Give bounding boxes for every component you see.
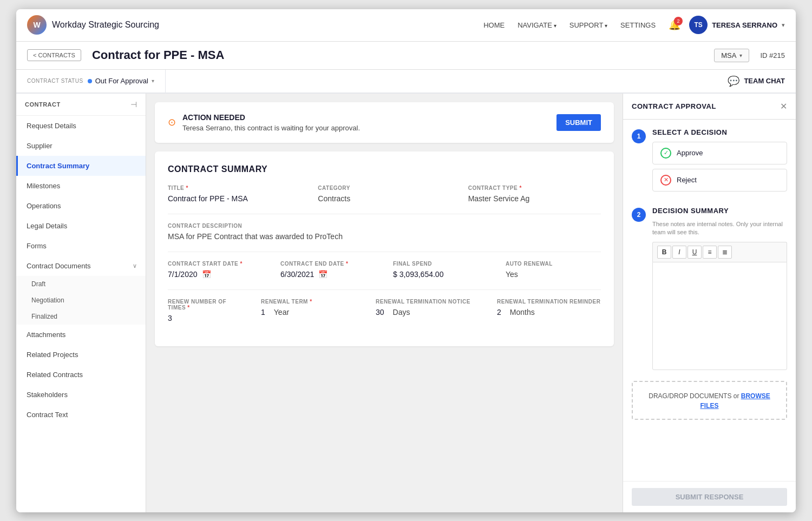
workday-logo-icon: W	[27, 15, 47, 35]
sidebar-subitem-draft[interactable]: Draft	[16, 276, 146, 292]
action-needed-text: Teresa Serrano, this contract is waiting…	[182, 124, 360, 132]
reject-label: Reject	[677, 176, 697, 184]
nav-home[interactable]: HOME	[483, 21, 505, 29]
ordered-list-button[interactable]: ≣	[718, 246, 732, 259]
description-label: CONTRACT DESCRIPTION	[168, 223, 601, 229]
reject-option[interactable]: ✕ Reject	[652, 169, 787, 192]
contract-docs-arrow-icon: ∨	[133, 262, 137, 269]
right-panel: CONTRACT APPROVAL ✕ 1 SELECT A DECISION …	[623, 94, 796, 512]
notification-badge: 2	[674, 17, 683, 25]
title-value: Contract for PPE - MSA	[168, 194, 300, 203]
renewal-termination-unit: Days	[393, 308, 410, 316]
renewal-termination-value: 30	[376, 308, 384, 316]
action-submit-button[interactable]: SUBMIT	[556, 114, 601, 131]
nav-right: 🔔 2 TS TERESA SERRANO ▾	[669, 16, 785, 34]
contract-id: ID #215	[760, 51, 785, 60]
step-1-title: SELECT A DECISION	[652, 128, 787, 136]
sidebar-item-legal-details[interactable]: Legal Details	[16, 216, 146, 236]
content-area: ⊙ ACTION NEEDED Teresa Serrano, this con…	[146, 94, 623, 512]
back-to-contracts-button[interactable]: < CONTRACTS	[27, 49, 81, 61]
category-label: CATEGORY	[318, 185, 450, 191]
start-date-label: CONTRACT START DATE *	[168, 261, 263, 267]
page-title: Contract for PPE - MSA	[92, 48, 703, 62]
unordered-list-button[interactable]: ≡	[703, 246, 717, 259]
sidebar-subitem-negotiation[interactable]: Negotiation	[16, 292, 146, 308]
decision-text-editor[interactable]	[652, 262, 787, 370]
nav-links: HOME NAVIGATE SUPPORT SETTINGS	[483, 21, 656, 29]
sidebar-item-stakeholders[interactable]: Stakeholders	[16, 385, 146, 405]
action-needed-icon: ⊙	[168, 116, 176, 128]
status-value: Out For Approval	[95, 77, 148, 85]
user-dropdown-arrow: ▾	[782, 22, 785, 29]
sidebar-item-forms[interactable]: Forms	[16, 236, 146, 256]
sidebar-subitem-finalized[interactable]: Finalized	[16, 308, 146, 325]
drop-zone-text: DRAG/DROP DOCUMENTS or BROWSE FILES	[649, 392, 770, 410]
sidebar-item-supplier[interactable]: Supplier	[16, 136, 146, 156]
sidebar-item-operations[interactable]: Operations	[16, 196, 146, 216]
step-2-title: DECISION SUMMARY	[652, 207, 787, 215]
renewal-term-value: 1	[261, 308, 265, 316]
category-value: Contracts	[318, 194, 450, 203]
sidebar-item-milestones[interactable]: Milestones	[16, 176, 146, 196]
avatar: TS	[689, 16, 708, 34]
sidebar-item-attachments[interactable]: Attachments	[16, 325, 146, 345]
nav-settings[interactable]: SETTINGS	[620, 21, 656, 29]
renewal-termination-reminder-field: RENEWAL TERMINATION REMINDER 2 Months	[497, 299, 601, 316]
text-editor-toolbar: B I U ≡ ≣	[652, 242, 787, 262]
approve-option[interactable]: ✓ Approve	[652, 142, 787, 164]
type-badge-arrow-icon: ▾	[739, 52, 742, 58]
description-field: CONTRACT DESCRIPTION MSA for PPE Contrac…	[168, 223, 601, 241]
underline-button[interactable]: U	[687, 246, 702, 259]
renew-number-value: 3	[168, 314, 244, 322]
sidebar-toggle-button[interactable]: ⊣	[130, 100, 137, 109]
notification-bell[interactable]: 🔔 2	[669, 19, 680, 31]
renewal-termination-label: RENEWAL TERMINATION NOTICE	[376, 299, 480, 305]
contract-type-label: CONTRACT TYPE *	[468, 185, 601, 191]
step-1-number: 1	[632, 129, 646, 143]
sidebar-item-related-projects[interactable]: Related Projects	[16, 345, 146, 365]
renew-number-label: RENEW NUMBER OF TIMES *	[168, 299, 244, 311]
category-field: CATEGORY Contracts	[318, 185, 450, 203]
contract-type-badge[interactable]: MSA ▾	[714, 49, 749, 62]
bold-button[interactable]: B	[657, 246, 671, 259]
final-spend-label: FINAL SPEND	[393, 261, 488, 267]
auto-renewal-field: AUTO RENEWAL Yes	[506, 261, 601, 279]
nav-support[interactable]: SUPPORT	[569, 21, 607, 29]
renewal-term-label: RENEWAL TERM *	[261, 299, 358, 305]
nav-navigate[interactable]: NAVIGATE	[518, 21, 556, 29]
user-menu[interactable]: TS TERESA SERRANO ▾	[689, 16, 785, 34]
sidebar-item-contract-text[interactable]: Contract Text	[16, 405, 146, 425]
sidebar: CONTRACT ⊣ Request Details Supplier Cont…	[16, 94, 146, 512]
approve-label: Approve	[677, 149, 703, 157]
panel-close-button[interactable]: ✕	[780, 101, 787, 111]
end-date-value: 6/30/2021	[280, 270, 314, 279]
panel-title: CONTRACT APPROVAL	[632, 102, 716, 110]
start-date-field: CONTRACT START DATE * 7/1/2020 📅	[168, 261, 263, 279]
sidebar-title: CONTRACT	[25, 101, 61, 108]
sidebar-item-contract-summary[interactable]: Contract Summary	[16, 156, 146, 176]
end-date-calendar-icon[interactable]: 📅	[318, 270, 328, 279]
team-chat-icon: 💬	[728, 75, 739, 87]
step-2-subtitle: These notes are internal notes. Only you…	[652, 220, 787, 237]
reject-x-icon: ✕	[660, 175, 671, 186]
username: TERESA SERRANO	[712, 21, 777, 29]
renewal-termination-reminder-unit: Months	[510, 308, 535, 316]
sidebar-item-contract-documents[interactable]: Contract Documents ∨	[16, 256, 146, 276]
start-date-calendar-icon[interactable]: 📅	[202, 270, 211, 279]
final-spend-value: $ 3,093,654.00	[393, 270, 488, 279]
approve-check-icon: ✓	[660, 148, 671, 159]
contract-status-section: CONTRACT STATUS Out For Approval ▾	[16, 70, 166, 93]
end-date-label: CONTRACT END DATE *	[280, 261, 376, 267]
team-chat-button[interactable]: 💬 TEAM CHAT	[717, 70, 796, 93]
action-needed-title: ACTION NEEDED	[182, 113, 360, 122]
team-chat-label: TEAM CHAT	[744, 77, 785, 85]
sidebar-item-request-details[interactable]: Request Details	[16, 116, 146, 136]
step-2: 2 DECISION SUMMARY These notes are inter…	[632, 207, 787, 371]
brand-name: Workday Strategic Sourcing	[52, 20, 159, 30]
italic-button[interactable]: I	[672, 246, 686, 259]
status-dropdown-arrow-icon[interactable]: ▾	[152, 78, 154, 84]
sidebar-item-related-contracts[interactable]: Related Contracts	[16, 365, 146, 385]
auto-renewal-value: Yes	[506, 270, 601, 279]
status-indicator-dot	[88, 79, 92, 83]
file-drop-zone[interactable]: DRAG/DROP DOCUMENTS or BROWSE FILES	[632, 381, 787, 420]
